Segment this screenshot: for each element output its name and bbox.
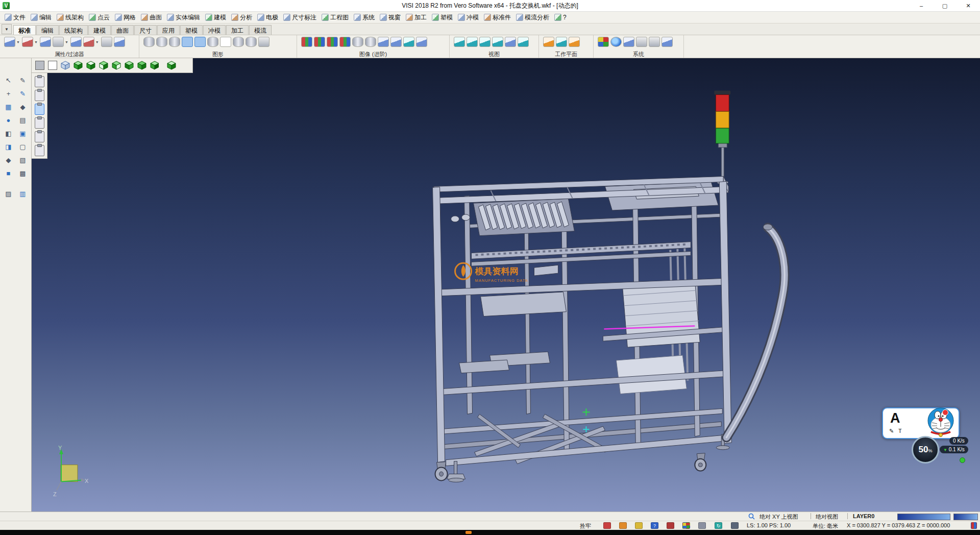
- box-tool-icon[interactable]: ▣: [19, 129, 27, 137]
- taskbar-app-icon[interactable]: [465, 531, 472, 534]
- shaded-edges-icon[interactable]: [194, 37, 206, 47]
- list-tool-icon[interactable]: ▤: [19, 116, 27, 124]
- system-globe-icon[interactable]: [610, 37, 622, 47]
- tab-die[interactable]: 冲模: [203, 25, 226, 35]
- menu-item-electrode[interactable]: 电极: [255, 12, 281, 23]
- attribute-brush-icon[interactable]: [4, 37, 15, 47]
- system-layers-icon[interactable]: [662, 37, 673, 47]
- color-scale-bar[interactable]: [897, 514, 950, 520]
- minimize-button[interactable]: –: [910, 0, 933, 11]
- palette-icon[interactable]: [682, 522, 690, 529]
- clipboard-icon[interactable]: [35, 90, 44, 101]
- image-diamond-icon[interactable]: [416, 37, 427, 47]
- help-blue-icon[interactable]: ?: [651, 522, 658, 529]
- system-grid-icon[interactable]: [598, 37, 609, 47]
- menu-item-flow-analysis[interactable]: 模流分析: [513, 12, 552, 23]
- filter-element-icon[interactable]: [83, 37, 94, 47]
- image-funnel-icon[interactable]: [390, 37, 402, 47]
- select-arrow-icon[interactable]: ↖: [5, 76, 13, 84]
- mini-flag-icon[interactable]: [971, 522, 977, 529]
- screen-icon[interactable]: [731, 522, 739, 529]
- workplane-axis-icon[interactable]: [543, 37, 554, 47]
- view-wire-icon[interactable]: [454, 37, 465, 47]
- cylinder-pair-icon[interactable]: [233, 37, 244, 47]
- chevron-down-icon[interactable]: ▼: [16, 40, 20, 44]
- tab-overflow-button[interactable]: ▼: [2, 24, 12, 34]
- zoom-status-icon[interactable]: [748, 513, 755, 520]
- folder-yellow-icon[interactable]: [635, 522, 643, 529]
- tab-surface[interactable]: 曲面: [111, 25, 134, 35]
- workplane-square-icon[interactable]: [34, 60, 45, 71]
- color-scale-bar-small[interactable]: [953, 514, 978, 520]
- clipboard-icon-active[interactable]: [35, 104, 44, 115]
- solid-icon[interactable]: ■: [5, 169, 13, 177]
- iso-cube-icon[interactable]: [72, 60, 84, 71]
- bottom-cube-icon[interactable]: [149, 60, 160, 71]
- system-snap-icon[interactable]: [649, 37, 660, 47]
- measure-icon[interactable]: ◆: [5, 156, 13, 164]
- system-gear-icon[interactable]: [636, 37, 647, 47]
- menu-item-help[interactable]: ?: [552, 13, 569, 22]
- filter-apply-icon[interactable]: [114, 37, 125, 47]
- cylinder-hidden-icon[interactable]: [156, 37, 167, 47]
- cylinder-dynamic-icon[interactable]: [207, 37, 218, 47]
- tab-mold[interactable]: 塑模: [180, 25, 203, 35]
- wire-cube-icon[interactable]: [60, 60, 71, 71]
- grid-gray-icon[interactable]: [698, 522, 706, 529]
- edit-pencil-icon[interactable]: ✎: [19, 89, 27, 98]
- filter-icon[interactable]: [40, 37, 51, 47]
- app-logo-icon[interactable]: V: [3, 2, 10, 9]
- cylinder-wire-icon[interactable]: [169, 37, 180, 47]
- system-table-icon[interactable]: [623, 37, 634, 47]
- assistant-card[interactable]: A ✎ T: [882, 407, 960, 439]
- close-button[interactable]: ✕: [957, 0, 980, 11]
- filter-layer-icon[interactable]: [53, 37, 64, 47]
- half-shade-icon[interactable]: ◧: [5, 129, 13, 137]
- maximize-button[interactable]: ▢: [933, 0, 957, 11]
- diamond-tool-icon[interactable]: ◆: [19, 103, 27, 111]
- hatch-icon[interactable]: ▧: [19, 156, 27, 164]
- menu-item-file[interactable]: 文件: [2, 12, 28, 23]
- menu-item-system[interactable]: 系统: [351, 12, 377, 23]
- tab-machining[interactable]: 加工: [226, 25, 249, 35]
- dimetric-cube-icon[interactable]: [166, 60, 177, 71]
- refresh-teal-icon[interactable]: ↻: [715, 522, 722, 529]
- attribute-color-icon[interactable]: [22, 37, 33, 47]
- menu-item-analysis[interactable]: 分析: [229, 12, 255, 23]
- speed-widget[interactable]: A ✎ T 50% 0 K/s ▼ 0.1 K/s: [882, 407, 972, 469]
- clipboard-icon[interactable]: [35, 117, 44, 129]
- menu-item-modeling[interactable]: 建模: [203, 12, 229, 23]
- clipboard-icon[interactable]: [35, 145, 44, 156]
- image-light-icon[interactable]: [327, 37, 338, 47]
- clipboard-icon[interactable]: [35, 131, 44, 142]
- image-shadow-icon[interactable]: [403, 37, 414, 47]
- filter-type-icon[interactable]: [70, 37, 82, 47]
- tab-standard[interactable]: 标准: [13, 25, 36, 35]
- palette-icon[interactable]: ▨: [5, 189, 13, 198]
- render-settings-icon[interactable]: [258, 37, 270, 47]
- menu-item-die[interactable]: 冲模: [455, 12, 481, 23]
- view-refresh-icon[interactable]: [518, 37, 529, 47]
- tab-application[interactable]: 应用: [157, 25, 180, 35]
- model-canvas[interactable]: 模具资料网 MANUFACTURING DATA Y X Z: [32, 58, 980, 512]
- menu-item-wireframe[interactable]: 线架构: [54, 12, 86, 23]
- cylinder-section-icon[interactable]: [246, 37, 257, 47]
- image-texture-icon[interactable]: [339, 37, 351, 47]
- front-cube-icon[interactable]: [98, 60, 109, 71]
- frame-tool-icon[interactable]: ▢: [19, 142, 27, 151]
- view-zoom-window-icon[interactable]: [492, 37, 503, 47]
- cylinder-solid-icon[interactable]: [143, 37, 155, 47]
- tab-wireframe[interactable]: 线架构: [59, 25, 88, 35]
- view-pan-icon[interactable]: [467, 37, 478, 47]
- view-zoom-icon[interactable]: [479, 37, 491, 47]
- chevron-down-icon[interactable]: ▼: [34, 40, 38, 44]
- image-material-icon[interactable]: [314, 37, 325, 47]
- menu-item-edit[interactable]: 编辑: [28, 12, 54, 23]
- menu-item-surface[interactable]: 曲面: [138, 12, 164, 23]
- workplane-set-icon[interactable]: [556, 37, 567, 47]
- layer-label[interactable]: LAYER0: [853, 513, 874, 519]
- lock-red-icon[interactable]: [603, 522, 611, 529]
- sheet-icon[interactable]: [220, 37, 231, 47]
- image-advanced-icon[interactable]: [301, 37, 312, 47]
- image-env-icon[interactable]: [378, 37, 389, 47]
